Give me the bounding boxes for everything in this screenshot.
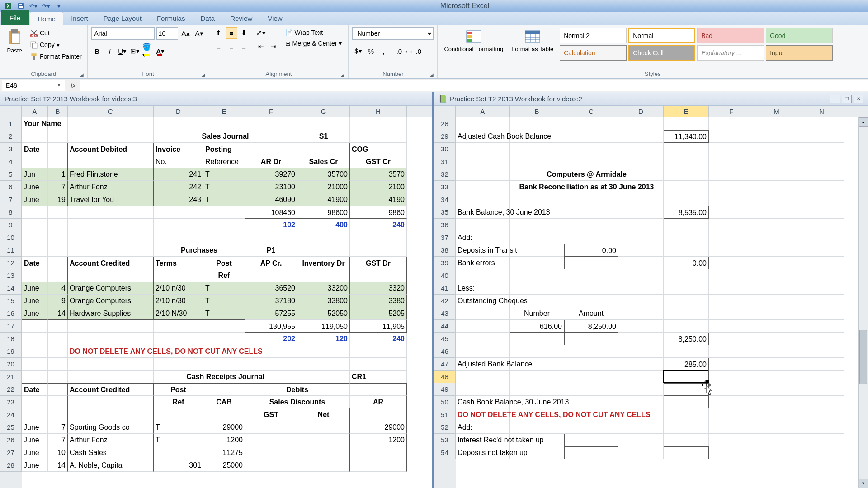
col-header-A[interactable]: A [456, 106, 510, 117]
row-header-7[interactable]: 7 [0, 193, 22, 206]
cell-F1[interactable] [245, 117, 297, 130]
cell-C13[interactable] [68, 269, 154, 282]
cell-C16[interactable]: Hardware Supplies [68, 307, 154, 320]
align-right-icon[interactable]: ≡ [238, 41, 250, 52]
fx-icon[interactable]: fx [67, 82, 80, 89]
cell-C7[interactable]: Travel for You [68, 193, 154, 206]
cell-F48[interactable] [709, 371, 754, 383]
cell-D34[interactable] [618, 193, 664, 206]
row-header-51[interactable]: 51 [434, 408, 456, 421]
row-header-37[interactable]: 37 [434, 231, 456, 244]
align-middle-icon[interactable]: ≡ [226, 27, 237, 39]
cell-F36[interactable] [709, 219, 754, 231]
row-header-9[interactable]: 9 [0, 219, 22, 231]
cell-A39[interactable]: Bank errors [456, 257, 510, 269]
tab-data[interactable]: Data [193, 11, 222, 25]
row-header-34[interactable]: 34 [434, 193, 456, 206]
cell-M33[interactable] [754, 181, 799, 193]
cell-D5[interactable]: 241 [154, 168, 203, 181]
cell-D45[interactable] [618, 333, 664, 345]
cell-E48[interactable] [664, 371, 709, 383]
cell-G1[interactable] [297, 117, 350, 130]
cell-A20[interactable] [22, 358, 48, 371]
cell-M36[interactable] [754, 219, 799, 231]
cell-E14[interactable]: T [203, 282, 245, 295]
cell-H25[interactable]: 29000 [350, 421, 407, 434]
cell-D42[interactable] [618, 295, 664, 307]
row-header-12[interactable]: 12 [0, 257, 22, 269]
cell-A38[interactable]: Deposits in Transit [456, 244, 510, 257]
cell-N40[interactable] [799, 269, 844, 282]
cell-G4[interactable]: Sales Cr [297, 155, 350, 168]
cell-C44[interactable]: 8,250.00 [564, 320, 618, 333]
cell-H22[interactable] [350, 383, 407, 396]
increase-font-icon[interactable]: A▴ [180, 28, 192, 39]
cell-E8[interactable] [203, 206, 245, 219]
cell-F12[interactable]: AP Cr. [245, 257, 297, 269]
cell-G17[interactable]: 119,050 [297, 320, 350, 333]
row-header-53[interactable]: 53 [434, 434, 456, 446]
cell-E9[interactable] [203, 219, 245, 231]
cell-C2[interactable] [68, 130, 154, 143]
cell-E40[interactable] [664, 269, 709, 282]
cell-M51[interactable] [754, 408, 799, 421]
cell-E53[interactable] [664, 434, 709, 446]
cell-G24[interactable]: Net [297, 408, 350, 421]
row-header-25[interactable]: 25 [0, 421, 22, 434]
cell-N48[interactable] [799, 371, 844, 383]
align-bottom-icon[interactable]: ⬇ [238, 27, 250, 39]
cell-M28[interactable] [754, 117, 799, 130]
cell-F24[interactable]: GST [245, 408, 297, 421]
cell-M29[interactable] [754, 130, 799, 143]
wrap-text-button[interactable]: 📄Wrap Text [283, 28, 345, 37]
cell-A43[interactable] [456, 307, 510, 320]
cell-D25[interactable]: T [154, 421, 203, 434]
cell-E10[interactable] [203, 231, 245, 244]
cell-N37[interactable] [799, 231, 844, 244]
cell-G7[interactable]: 41900 [297, 193, 350, 206]
cell-D37[interactable] [618, 231, 664, 244]
cell-C49[interactable] [564, 383, 618, 396]
cell-C4[interactable] [68, 155, 154, 168]
cell-A54[interactable]: Deposits not taken up [456, 446, 510, 459]
cell-A3[interactable]: Date [22, 143, 48, 155]
cell-N52[interactable] [799, 421, 844, 434]
style-normal2[interactable]: Normal 2 [560, 28, 627, 43]
cell-B15[interactable]: 9 [48, 295, 68, 307]
cell-D30[interactable] [618, 143, 664, 155]
cell-A28[interactable] [456, 117, 510, 130]
cell-D35[interactable] [618, 206, 664, 219]
cell-M40[interactable] [754, 269, 799, 282]
cell-N46[interactable] [799, 345, 844, 358]
cell-C29[interactable] [564, 130, 618, 143]
cell-A48[interactable] [456, 371, 510, 383]
cell-C17[interactable] [68, 320, 154, 333]
cell-A51[interactable]: DO NOT DELETE ANY CELLS, DO NOT CUT ANY … [456, 408, 510, 421]
cell-C23[interactable] [68, 396, 154, 408]
cell-G6[interactable]: 21000 [297, 181, 350, 193]
alignment-dialog-launcher[interactable]: ◢ [341, 72, 344, 77]
cell-N28[interactable] [799, 117, 844, 130]
cell-B13[interactable] [48, 269, 68, 282]
cell-D27[interactable] [154, 446, 203, 459]
border-button[interactable]: ⊞▾ [129, 45, 141, 57]
select-all-corner[interactable] [0, 106, 22, 117]
cell-B19[interactable] [48, 345, 68, 358]
cell-H23[interactable]: AR [350, 396, 407, 408]
cell-B3[interactable] [48, 143, 68, 155]
cell-E25[interactable]: 29000 [203, 421, 245, 434]
cell-H6[interactable]: 2100 [350, 181, 407, 193]
cell-H14[interactable]: 3320 [350, 282, 407, 295]
cell-F52[interactable] [709, 421, 754, 434]
font-size-input[interactable] [156, 27, 178, 40]
cell-E15[interactable]: T [203, 295, 245, 307]
cell-A9[interactable] [22, 219, 48, 231]
cell-D10[interactable] [154, 231, 203, 244]
paste-button[interactable]: Paste [4, 27, 25, 55]
row-header-44[interactable]: 44 [434, 320, 456, 333]
cell-M47[interactable] [754, 358, 799, 371]
cell-B52[interactable] [510, 421, 564, 434]
cell-E37[interactable] [664, 231, 709, 244]
cell-N39[interactable] [799, 257, 844, 269]
cell-A13[interactable] [22, 269, 48, 282]
